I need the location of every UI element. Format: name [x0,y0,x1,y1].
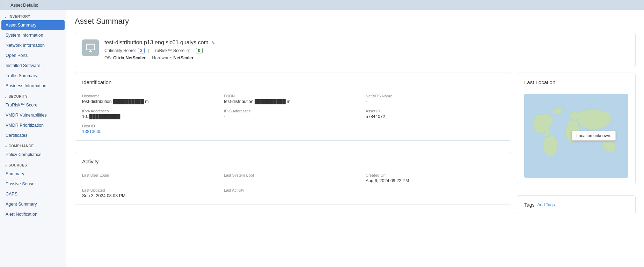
chevron-icon: ⌄ [4,144,7,148]
sidebar-item-system-information[interactable]: System Information [1,30,65,40]
sidebar-item-vmdr-prioritization[interactable]: VMDR Prioritization [1,120,65,130]
asset-hostname-row: test-distribution.p13.eng.sjc01.qualys.c… [104,39,628,46]
field-value: Aug 6, 2024 09:22 PM [366,178,504,183]
chevron-icon: ⌄ [4,163,7,167]
trurisk-info-icon: ⓘ [186,48,190,53]
hardware-label: Hardware: [152,55,172,60]
left-column: Identification Hostnametest-distribution… [75,73,511,210]
tags-label: Tags [524,202,535,208]
page-title: Asset Summary [75,17,636,26]
trurisk-label: TruRisk™ Score [153,48,184,53]
sidebar-item-installed-software[interactable]: Installed Software [1,61,65,71]
back-button[interactable]: ← [3,2,8,8]
identification-field: IPv4 Addresses10. ██████████ [82,109,220,119]
activity-fields: Last User Login-Last System Boot-Created… [82,173,504,198]
field-label: FQDN [224,94,362,98]
sidebar-item-summary[interactable]: Summary [1,169,65,179]
field-value: test-distribution ██████████ m [224,99,362,104]
identification-card: Identification Hostnametest-distribution… [75,73,511,141]
add-tags-link[interactable]: Add Tags [537,202,555,207]
trurisk-colon: : [192,48,193,53]
field-value: test-distribution ██████████ m [82,99,220,104]
identification-field: IPv6 Addresses- [224,109,362,119]
field-label: Last User Login [82,173,220,177]
trurisk-badge: 0 [196,48,203,53]
identification-field: Host ID13813605 [82,124,220,134]
sidebar-item-open-ports[interactable]: Open Ports [1,51,65,60]
top-bar: ← Asset Details: [0,0,644,10]
map-unknown-tooltip: Location unknown. [572,131,616,141]
field-label: Last System Boot [224,173,362,177]
sidebar-section-inventory: ⌄ INVENTORY [0,11,66,20]
last-location-title: Last Location [524,79,628,89]
criticality-badge: 2 [138,48,145,53]
field-value[interactable]: 13813605 [82,129,220,134]
edit-hostname-icon[interactable]: ✎ [211,40,215,45]
sidebar-item-trurisk-score[interactable]: TruRisk™ Score [1,100,65,110]
sidebar: ⌄ INVENTORYAsset SummarySystem Informati… [0,10,66,267]
sidebar-item-asset-summary[interactable]: Asset Summary [1,20,65,30]
sidebar-section-sources: ⌄ SOURCES [0,160,66,169]
field-value: 57844072 [366,114,504,119]
asset-info: test-distribution.p13.eng.sjc01.qualys.c… [104,39,628,60]
tags-card: Tags Add Tags [517,195,636,214]
sidebar-item-network-information[interactable]: Network Information [1,40,65,50]
criticality-label: Criticality Score: [104,48,136,53]
activity-field: Last System Boot- [224,173,362,183]
sidebar-section-security: ⌄ SECURITY [0,91,66,100]
sidebar-item-alert-notification[interactable]: Alert Notification [1,209,65,219]
sidebar-item-business-information[interactable]: Business Information [1,81,65,91]
field-label: Asset ID [366,109,504,113]
identification-title: Identification [82,79,504,89]
field-label: Host ID [82,124,220,128]
separator-1: | [148,48,149,53]
tags-row: Tags Add Tags [524,202,628,208]
field-value: - [224,193,362,198]
field-label: IPv4 Addresses [82,109,220,113]
field-label: Created On [366,173,504,177]
sidebar-item-caps[interactable]: CAPS [1,189,65,199]
last-location-card: Last Location [517,73,636,184]
sidebar-item-vmdr-vulnerabilities[interactable]: VMDR Vulnerabilities [1,110,65,120]
activity-field: Last User Login- [82,173,220,183]
field-value[interactable]: 10. ██████████ [82,114,220,119]
activity-card: Activity Last User Login-Last System Boo… [75,152,511,205]
os-label: OS: [104,55,112,60]
os-value: Citrix NetScaler [113,55,146,60]
hardware-value: NetScaler [174,55,194,60]
asset-icon [82,39,99,56]
field-label: IPv6 Addresses [224,109,362,113]
activity-field: Last UpdatedSep 3, 2024 08:08 PM [82,188,220,198]
svg-rect-0 [86,44,94,50]
asset-header-card: test-distribution.p13.eng.sjc01.qualys.c… [75,33,636,67]
field-value: - [366,99,504,104]
activity-field: Last Activity- [224,188,362,198]
field-value: - [224,114,362,119]
asset-scores-row: Criticality Score: 2 | TruRisk™ Score ⓘ … [104,48,628,53]
content-grid: Identification Hostnametest-distribution… [75,73,636,220]
identification-field: Asset ID57844072 [366,109,504,119]
sidebar-item-passive-sensor[interactable]: Passive Sensor [1,179,65,189]
identification-field: FQDNtest-distribution ██████████ m [224,94,362,104]
sidebar-item-policy-compliance[interactable]: Policy Compliance [1,150,65,160]
main-layout: ⌄ INVENTORYAsset SummarySystem Informati… [0,10,644,267]
sidebar-item-agent-summary[interactable]: Agent Summary [1,199,65,209]
field-label: NetBIOS Name [366,94,504,98]
content-area: Asset Summary test-distribution.p13.eng.… [66,10,644,267]
asset-hostname-text: test-distribution.p13.eng.sjc01.qualys.c… [104,39,208,46]
right-column: Last Location [517,73,636,220]
top-bar-title: Asset Details: [10,2,38,8]
chevron-icon: ⌄ [4,95,7,98]
identification-fields: Hostnametest-distribution ██████████ mFQ… [82,94,504,134]
field-label: Last Activity [224,188,362,192]
sidebar-item-traffic-summary[interactable]: Traffic Summary [1,71,65,81]
field-value: - [224,178,362,183]
field-value: Sep 3, 2024 08:08 PM [82,193,220,198]
sidebar-item-certificates[interactable]: Certificates [1,131,65,140]
chevron-icon: ⌄ [4,15,7,18]
field-label: Last Updated [82,188,220,192]
activity-title: Activity [82,158,504,168]
field-label: Hostname [82,94,220,98]
sidebar-section-compliance: ⌄ COMPLIANCE [0,141,66,149]
activity-field: Created OnAug 6, 2024 09:22 PM [366,173,504,183]
